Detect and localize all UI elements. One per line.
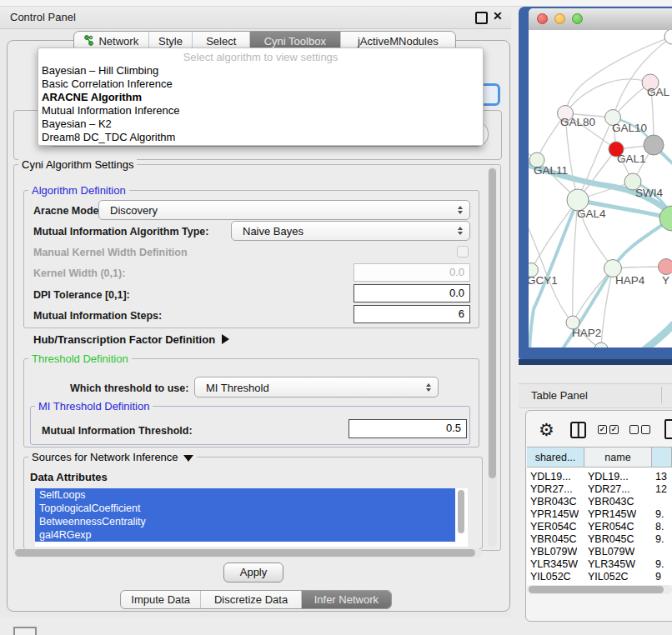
column-header-shared[interactable]: shared...	[527, 447, 584, 468]
close-traffic-light[interactable]	[537, 13, 548, 24]
network-window-titlebar[interactable]	[529, 8, 672, 31]
checked-checkbox-icon[interactable]: ✓	[609, 425, 619, 434]
list-scrollbar-thumb[interactable]	[458, 490, 464, 533]
table-row[interactable]: YBL079WYBL079W	[527, 546, 672, 558]
kernel-width-field[interactable]: 0.0	[354, 263, 470, 282]
table-row[interactable]: YBR045CYBR045C9.	[527, 533, 672, 546]
control-panel-title: Control Panel	[10, 11, 76, 23]
table-hscrollbar-track[interactable]	[527, 585, 672, 594]
table-cell: YBL079W	[588, 546, 634, 558]
table-row[interactable]: YPR145WYPR145W9.	[527, 508, 672, 521]
sources-group-title[interactable]: Sources for Network Inference	[28, 451, 197, 463]
zoom-traffic-light[interactable]	[572, 13, 583, 24]
table-cell: 8.	[655, 521, 664, 533]
column-header-name[interactable]: name	[584, 447, 652, 468]
collapsed-arrow-icon	[222, 334, 229, 344]
tab-label: jActiveMNodules	[358, 35, 439, 48]
tab-label: Cyni Toolbox	[264, 35, 326, 48]
gear-icon[interactable]: ⚙	[539, 420, 554, 440]
table-cell: YER054C	[588, 521, 634, 533]
algorithm-option[interactable]: Bayesian – K2	[42, 118, 112, 130]
table-row[interactable]: YDL19...YDL19...13	[527, 471, 672, 483]
mi-threshold-field[interactable]: 0.5	[349, 419, 467, 438]
kernel-width-label: Kernel Width (0,1):	[33, 268, 125, 279]
sources-title-text: Sources for Network Inference	[32, 451, 178, 463]
combo-arrows-icon	[458, 206, 463, 214]
table-cell: YIL052C	[588, 571, 629, 583]
tab-infer-network[interactable]: Infer Network	[302, 591, 391, 608]
mi-threshold-label: Mutual Information Threshold:	[42, 425, 193, 437]
minimized-panel-icon[interactable]	[13, 627, 37, 635]
table-cell: 9	[655, 571, 661, 583]
mi-steps-field[interactable]: 6	[354, 305, 470, 323]
algorithm-definition-title: Algorithm Definition	[28, 184, 129, 197]
network-canvas[interactable]: GALGAL80GAL10GAL1GAL11SWI4GAL4GCY1HAP4YH…	[529, 30, 672, 348]
expanded-arrow-icon	[183, 455, 193, 462]
apply-button[interactable]: Apply	[223, 562, 283, 582]
unchecked-checkbox-icon[interactable]	[629, 425, 639, 434]
attribute-list-item[interactable]: SelfLoops	[35, 488, 455, 502]
aracne-mode-combo[interactable]: Discovery	[98, 200, 470, 220]
attribute-list-item[interactable]: gal4RGexp	[35, 528, 455, 542]
node-label-swi4: SWI4	[635, 187, 663, 199]
node-gray[interactable]	[644, 135, 664, 155]
table-row[interactable]: YLR345WYLR345W9.	[527, 558, 672, 571]
tab-label: Discretize Data	[214, 593, 288, 606]
table-hscrollbar-thumb[interactable]	[529, 586, 664, 593]
dpi-tolerance-label: DPI Tolerance [0,1]:	[33, 289, 130, 301]
which-threshold-value: MI Threshold	[206, 381, 269, 393]
network-edge[interactable]	[549, 218, 672, 348]
dpi-tolerance-field[interactable]: 0.0	[354, 284, 470, 302]
aracne-mode-label: Aracne Mode:	[33, 205, 103, 217]
attribute-list-item[interactable]: TopologicalCoefficient	[35, 502, 455, 515]
network-edge[interactable]	[634, 324, 672, 348]
table-cell: YBR045C	[530, 533, 577, 546]
node-label-y: Y	[662, 274, 669, 287]
document-icon[interactable]	[664, 419, 672, 439]
network-graph[interactable]: GALGAL80GAL10GAL1GAL11SWI4GAL4GCY1HAP4YH…	[529, 30, 672, 348]
settings-hscrollbar-thumb[interactable]	[15, 549, 475, 557]
split-columns-icon[interactable]	[570, 422, 586, 438]
table-cell: 9.	[655, 508, 664, 521]
aracne-mode-value: Discovery	[110, 204, 158, 217]
tab-discretize-data[interactable]: Discretize Data	[201, 591, 301, 608]
table-row[interactable]: YIL052CYIL052C9	[527, 571, 672, 583]
network-window-frame-bottom	[519, 359, 672, 365]
node-attribute-table[interactable]: shared...nameYDL19...YDL19...13YDR27...Y…	[527, 447, 672, 585]
data-attributes-list[interactable]: SelfLoopsTopologicalCoefficientBetweenne…	[35, 488, 468, 547]
dropdown-prompt: Select algorithm to view settings	[38, 51, 483, 63]
hub-section-toggle[interactable]: Hub/Transcription Factor Definition	[33, 333, 229, 346]
manual-kernel-checkbox[interactable]	[457, 246, 469, 258]
algorithm-option[interactable]: Basic Correlation Inference	[42, 78, 173, 90]
algorithm-option[interactable]: Mutual Information Inference	[42, 104, 179, 117]
algorithm-option[interactable]: ARACNE Algorithm	[42, 91, 142, 103]
hub-section-label: Hub/Transcription Factor Definition	[33, 333, 215, 346]
column-header-partial[interactable]	[652, 447, 672, 468]
tab-impute-data[interactable]: Impute Data	[121, 591, 201, 608]
node-pink-right[interactable]	[659, 259, 672, 275]
checked-checkbox-icon[interactable]: ✓	[598, 425, 607, 434]
table-row[interactable]: YER054CYER054C8.	[527, 521, 672, 533]
algorithm-option[interactable]: Dream8 DC_TDC Algorithm	[42, 131, 175, 143]
unchecked-checkbox-icon[interactable]	[641, 425, 650, 434]
settings-scrollbar-thumb[interactable]	[489, 168, 496, 478]
close-icon[interactable]: ✕	[493, 9, 503, 22]
table-cell: 13	[655, 471, 667, 483]
network-edge[interactable]	[565, 79, 650, 113]
table-cell: YLR345W	[530, 558, 578, 571]
node-bottom-partial[interactable]	[594, 342, 608, 348]
table-cell: 9.	[655, 558, 664, 571]
algorithm-option[interactable]: Bayesian – Hill Climbing	[42, 64, 158, 77]
attribute-list-item[interactable]: BetweennessCentrality	[35, 515, 455, 528]
which-threshold-combo[interactable]: MI Threshold	[194, 377, 439, 398]
cyni-mode-tab-bar: Impute DataDiscretize DataInfer Network	[120, 590, 392, 609]
mi-type-combo[interactable]: Naive Bayes	[231, 221, 470, 241]
tab-label: Select	[206, 35, 236, 48]
tab-label: Impute Data	[131, 593, 190, 606]
minimize-traffic-light[interactable]	[554, 13, 565, 24]
network-tab-icon	[83, 35, 94, 48]
table-row[interactable]: YDR27...YDR27...12	[527, 483, 672, 496]
which-threshold-label: Which threshold to use:	[70, 382, 188, 394]
float-window-icon[interactable]	[475, 12, 488, 24]
table-row[interactable]: YBR043CYBR043C	[527, 496, 672, 508]
